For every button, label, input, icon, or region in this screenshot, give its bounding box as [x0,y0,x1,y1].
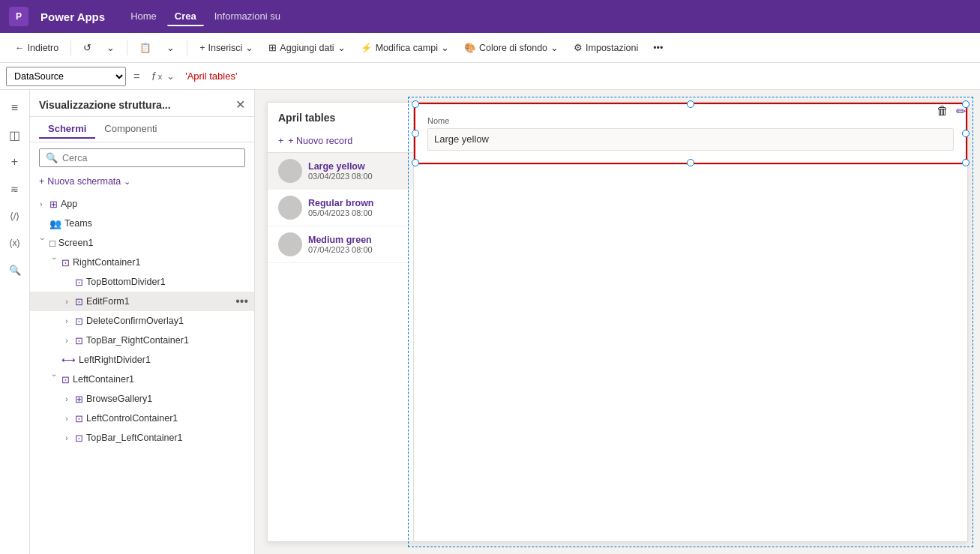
handle-tl [412,100,419,108]
settings-button[interactable]: ⚙ Impostazioni [568,39,644,56]
tree-item-topbottomdivider1[interactable]: ⊡ TopBottomDivider1 [30,272,254,292]
topbar-rightcontainer1-label: TopBar_RightContainer1 [86,335,248,346]
avatar-0 [278,159,302,183]
bg-color-chevron-icon: ⌄ [550,42,559,53]
nav-crea[interactable]: Crea [167,7,204,26]
tree-close-button[interactable]: ✕ [235,97,245,112]
datasource-select[interactable]: DataSource [6,67,126,86]
tree-header: Visualizzazione struttura... ✕ [30,90,254,117]
form-content: Nome Large yellow [415,104,966,163]
add-data-button[interactable]: ⊞ Aggiungi dati ⌄ [262,39,351,56]
list-item-info-0: Large yellow 03/04/2023 08:00 [308,161,403,181]
database-icon-btn[interactable]: ≋ [3,177,27,201]
expand-deleteconfirmoverlay1-icon[interactable]: › [61,316,72,326]
tree-item-editform1[interactable]: › ⊡ EditForm1 ••• [30,292,254,311]
tree-item-screen1[interactable]: › □ Screen1 [30,233,254,253]
add-icon-btn[interactable]: + [3,150,27,174]
topbottomdivider1-icon: ⊡ [75,277,83,288]
hamburger-icon-btn[interactable]: ≡ [3,96,27,120]
avatar-2 [278,232,302,256]
fx-icon: f [152,70,155,82]
handle-bl [412,159,419,166]
app-title: April tables [268,103,413,130]
tab-screens[interactable]: Schermi [39,120,95,139]
rightcontainer1-label: RightContainer1 [73,257,248,268]
app-canvas: April tables + + Nuovo record Large yell… [267,102,968,542]
expand-screen1-icon[interactable]: › [36,238,46,248]
tab-components[interactable]: Componenti [95,120,166,139]
list-item-0[interactable]: Large yellow 03/04/2023 08:00 [268,153,413,190]
leftcontainer1-icon: ⊡ [61,374,70,385]
bg-color-button[interactable]: 🎨 Colore di sfondo ⌄ [458,39,565,56]
redo-button[interactable]: ⌄ [100,39,121,56]
tree-item-app[interactable]: › ⊞ App [30,194,254,214]
expand-rightcontainer1-icon[interactable]: › [48,257,58,268]
bg-color-icon: 🎨 [464,42,476,53]
tree-item-deleteconfirmoverlay1[interactable]: › ⊡ DeleteConfirmOverlay1 [30,311,254,331]
list-item-date-2: 07/04/2023 08:00 [308,245,403,254]
leftcontrolcontainer1-icon: ⊡ [75,413,83,424]
tree-title: Visualizzazione struttura... [39,99,171,111]
topbottomdivider1-label: TopBottomDivider1 [86,277,248,287]
tree-item-leftcontrolcontainer1[interactable]: › ⊡ LeftControlContainer1 [30,409,254,428]
toolbar-sep-1 [70,40,71,55]
modify-fields-chevron-icon: ⌄ [441,42,449,53]
main-area: ≡ ◫ + ≋ ⟨/⟩ (x) 🔍 Visualizzazione strutt… [0,90,980,554]
equals-sign: = [129,70,145,82]
clipboard-chevron[interactable]: ⌄ [160,39,181,56]
browsegallery1-icon: ⊞ [75,394,83,405]
plus-icon: + [199,43,205,53]
expand-browsegallery1-icon[interactable]: › [61,394,72,404]
form-action-toolbar: 🗑 ✏ [937,104,966,118]
toolbar-sep-2 [127,40,127,55]
nav-info[interactable]: Informazioni su [207,7,288,26]
expand-topbar-rightcontainer1-icon[interactable]: › [61,335,72,346]
expand-topbar-leftcontainer1-icon[interactable]: › [61,433,72,443]
tree-item-topbar-leftcontainer1[interactable]: › ⊡ TopBar_LeftContainer1 [30,428,254,448]
canvas-inner: April tables + + Nuovo record Large yell… [255,90,980,554]
more-button[interactable]: ••• [647,40,669,56]
expand-leftcontainer1-icon[interactable]: › [48,374,58,385]
form-field-label: Nome [427,116,954,125]
expand-app-icon[interactable]: › [36,199,46,209]
undo-button[interactable]: ↺ [77,39,97,56]
toolbar: ← Indietro ↺ ⌄ 📋 ⌄ + Inserisci ⌄ ⊞ Aggiu… [0,33,980,63]
layers-icon-btn[interactable]: ◫ [3,123,27,147]
deleteconfirmoverlay1-label: DeleteConfirmOverlay1 [86,316,248,326]
nav-home[interactable]: Home [123,7,164,26]
modify-fields-button[interactable]: ⚡ Modifica campi ⌄ [355,39,455,56]
tree-item-rightcontainer1[interactable]: › ⊡ RightContainer1 [30,253,254,272]
add-data-chevron-icon: ⌄ [337,42,346,53]
list-item-2[interactable]: Medium green 07/04/2023 08:00 [268,226,413,263]
form-field-value[interactable]: Large yellow [427,128,954,151]
expand-leftcontrolcontainer1-icon[interactable]: › [61,413,72,424]
back-button[interactable]: ← Indietro [9,40,64,56]
clipboard-button[interactable]: 📋 [133,39,157,56]
tree-item-leftcontainer1[interactable]: › ⊡ LeftContainer1 [30,370,254,389]
screen1-label: Screen1 [58,238,248,248]
search-input[interactable] [62,153,238,163]
editform1-more-button[interactable]: ••• [235,295,248,308]
insert-chevron-icon: ⌄ [245,42,253,53]
tree-item-leftrightdivider1[interactable]: ⟷ LeftRightDivider1 [30,350,254,370]
edit-button[interactable]: ✏ [956,104,966,118]
formula-input[interactable] [182,69,974,83]
search-icon-btn[interactable]: 🔍 [3,258,27,282]
formula-icon-btn[interactable]: ⟨/⟩ [3,204,27,228]
variables-icon-btn[interactable]: (x) [3,231,27,255]
app-label: App [61,199,248,209]
insert-button[interactable]: + Inserisci ⌄ [193,39,259,56]
modify-fields-icon: ⚡ [361,42,373,53]
app-left-panel: April tables + + Nuovo record Large yell… [268,103,414,541]
delete-button[interactable]: 🗑 [937,104,949,118]
tree-item-topbar-rightcontainer1[interactable]: › ⊡ TopBar_RightContainer1 [30,331,254,350]
list-item-name-0: Large yellow [308,161,403,172]
new-screen-button[interactable]: + Nuova schermata ⌄ [39,176,130,187]
tree-item-teams[interactable]: 👥 Teams [30,214,254,233]
expand-editform1-icon[interactable]: › [61,296,72,307]
tree-item-browsegallery1[interactable]: › ⊞ BrowseGallery1 [30,389,254,409]
leftcontrolcontainer1-label: LeftControlContainer1 [86,413,248,424]
new-record-button[interactable]: + + Nuovo record [268,130,413,153]
app-right-form[interactable]: Nome Large yellow [414,103,967,164]
list-item-1[interactable]: Regular brown 05/04/2023 08:00 [268,190,413,226]
